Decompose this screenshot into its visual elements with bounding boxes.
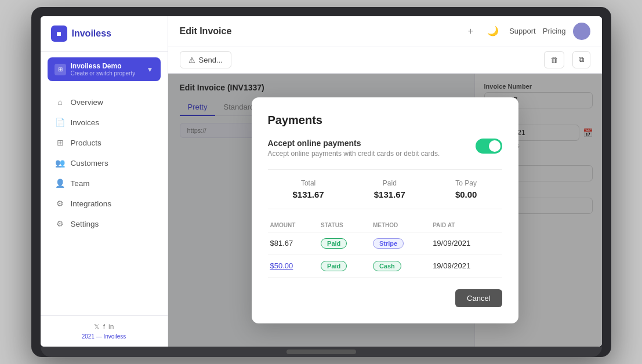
dark-mode-button[interactable]: 🌙 [484,23,502,39]
sidebar-item-label: Customers [71,159,108,168]
summary-total-value: $131.67 [292,190,324,199]
sidebar-item-label: Overview [71,98,103,107]
sidebar-item-integrations[interactable]: ⚙ Integrations [45,194,163,213]
nav-menu: ⌂ Overview 📄 Invoices ⊞ Products 👥 Custo… [41,87,168,315]
sidebar-item-customers[interactable]: 👥 Customers [45,153,163,173]
summary-topay: To Pay $0.00 [455,179,477,199]
summary-paid: Paid $131.67 [374,179,405,199]
topbar-actions: + 🌙 Support Pricing [465,23,590,40]
sidebar-item-label: Integrations [71,199,112,208]
settings-icon: ⚙ [56,219,65,228]
sidebar-item-team[interactable]: 👤 Team [45,173,163,193]
modal-overlay: Payments Accept online payments Accept o… [168,74,602,347]
summary-paid-label: Paid [374,179,405,187]
status-badge: Paid [321,261,347,271]
cell-amount[interactable]: $50.00 [268,254,319,277]
payments-table: Amount Status Method Paid At $81.67PaidS… [268,219,502,278]
products-icon: ⊞ [56,138,65,147]
integrations-icon: ⚙ [56,199,65,208]
property-sub: Create or switch property [71,70,142,77]
table-row: $81.67PaidStripe19/09/2021 [268,232,502,254]
amount-link[interactable]: $50.00 [270,261,293,270]
summary-total-label: Total [292,179,324,187]
team-icon: 👤 [56,179,65,188]
copy-button[interactable]: ⧉ [572,51,590,68]
twitter-icon[interactable]: 𝕏 [94,323,100,331]
chevron-down-icon: ▼ [147,65,154,74]
toggle-row: Accept online payments Accept online pay… [268,139,502,158]
sidebar-item-settings[interactable]: ⚙ Settings [45,214,163,234]
table-row: $50.00PaidCash19/09/2021 [268,254,502,277]
modal-footer: Cancel [268,289,502,307]
cell-amount: $81.67 [268,232,319,254]
property-switcher[interactable]: ⊞ Invoiless Demo Create or switch proper… [48,57,161,81]
col-paid-at: Paid At [430,219,502,232]
property-icon: ⊞ [55,64,66,75]
social-icons: 𝕏 f in [51,323,157,331]
home-icon: ⌂ [56,97,65,107]
support-link[interactable]: Support [509,27,536,35]
summary-total: Total $131.67 [292,179,324,199]
status-badge: Paid [321,238,347,249]
cell-paid-at: 19/09/2021 [430,254,502,277]
topbar: Edit Invoice + 🌙 Support Pricing [168,16,602,46]
property-info: Invoiless Demo Create or switch property [71,62,142,77]
warning-icon: ⚠ [188,56,195,64]
col-status: Status [318,219,371,232]
payments-modal: Payments Accept online payments Accept o… [252,97,518,323]
pricing-link[interactable]: Pricing [543,27,566,35]
sidebar-item-label: Products [71,139,101,147]
cell-method: Stripe [371,232,430,254]
toggle-desc: Accept online payments with credit cards… [268,150,440,158]
col-method: Method [371,219,430,232]
toolbar: ⚠ Send... 🗑 ⧉ [168,46,602,74]
logo-icon: ■ [51,26,67,42]
sidebar-logo: ■ Invoiless [41,16,168,52]
facebook-icon[interactable]: f [103,323,105,331]
footer-text: 2021 — Invoiless [51,333,157,340]
logo-text: Invoiless [72,28,111,39]
payments-summary: Total $131.67 Paid $131.67 To Pay $0.00 [268,169,502,209]
toggle-knob [489,140,500,152]
send-label: Send... [199,56,223,64]
sidebar-item-label: Invoices [71,118,100,127]
add-button[interactable]: + [465,24,477,39]
sidebar-footer: 𝕏 f in 2021 — Invoiless [41,315,168,347]
sidebar-item-products[interactable]: ⊞ Products [45,133,163,152]
invoice-icon: 📄 [56,118,65,127]
sidebar-item-overview[interactable]: ⌂ Overview [45,92,163,112]
cell-paid-at: 19/09/2021 [430,232,502,254]
modal-title: Payments [268,114,502,127]
page-title: Edit Invoice [180,26,232,37]
toggle-label: Accept online payments [268,139,440,148]
cell-status: Paid [318,232,371,254]
main-content: Edit Invoice + 🌙 Support Pricing ⚠ Send.… [168,16,602,347]
sidebar-item-label: Team [71,179,90,188]
cell-status: Paid [318,254,371,277]
linkedin-icon[interactable]: in [108,323,114,331]
summary-paid-value: $131.67 [374,190,405,199]
delete-button[interactable]: 🗑 [544,51,564,68]
avatar[interactable] [573,23,590,40]
send-button[interactable]: ⚠ Send... [180,51,231,68]
customers-icon: 👥 [56,158,65,168]
summary-topay-value: $0.00 [455,190,477,199]
property-name: Invoiless Demo [71,62,142,70]
sidebar-item-invoices[interactable]: 📄 Invoices [45,112,163,132]
cancel-button[interactable]: Cancel [455,289,502,307]
toggle-text: Accept online payments Accept online pay… [268,139,440,158]
summary-topay-label: To Pay [455,179,477,187]
sidebar: ■ Invoiless ⊞ Invoiless Demo Create or s… [41,16,168,347]
online-payments-toggle[interactable] [476,139,502,154]
sidebar-item-label: Settings [71,220,99,228]
method-badge: Stripe [373,238,404,249]
method-badge: Cash [373,261,401,271]
col-amount: Amount [268,219,319,232]
cell-method: Cash [371,254,430,277]
